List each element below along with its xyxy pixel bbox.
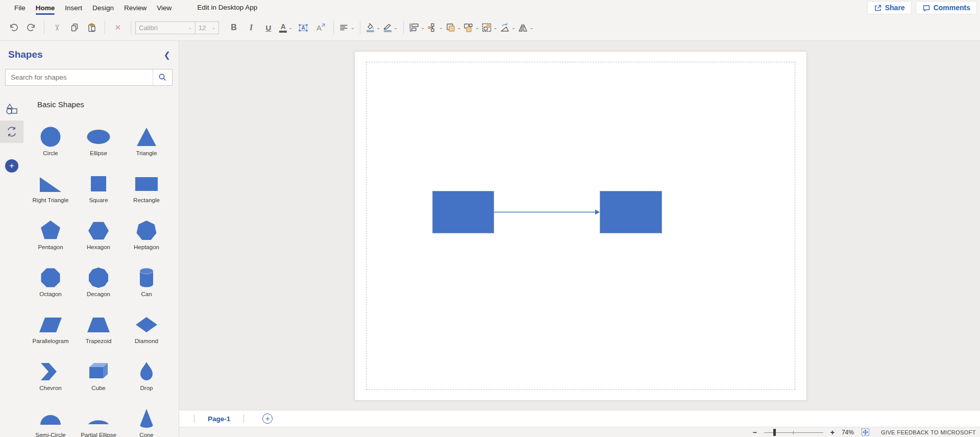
shape-item-parallelogram[interactable]: Parallelogram <box>27 308 75 355</box>
shape-item-circle[interactable]: Circle <box>27 120 75 167</box>
edit-in-desktop-app-button[interactable]: Edit in Desktop App <box>197 4 257 11</box>
shape-item-semi-circle[interactable]: Semi-Circle <box>27 402 75 437</box>
bold-button[interactable]: B <box>226 19 241 36</box>
fit-page-to-window-icon[interactable] <box>861 428 870 436</box>
shape-item-heptagon[interactable]: Heptagon <box>122 214 170 261</box>
font-family-combobox[interactable]: Calibri ⌄ <box>135 21 195 34</box>
shape-item-cube[interactable]: Cube <box>75 355 122 402</box>
shape-item-octagon[interactable]: Octagon <box>27 261 75 308</box>
rotate-button[interactable]: ⌄ <box>499 19 516 36</box>
shape-item-ellipse[interactable]: Ellipse <box>75 120 122 167</box>
font-color-button[interactable]: A ⌄ <box>278 19 293 36</box>
stencil-shapes-icon[interactable] <box>0 98 23 120</box>
shape-label: Parallelogram <box>33 338 69 344</box>
add-stencil-button[interactable]: + <box>5 159 18 173</box>
redo-icon <box>26 22 36 33</box>
decagon-icon <box>86 261 111 291</box>
zoom-slider[interactable] <box>764 429 823 436</box>
give-feedback-link[interactable]: GIVE FEEDBACK TO MICROSOFT <box>881 429 976 435</box>
shape-item-rectangle[interactable]: Rectangle <box>122 167 170 214</box>
search-button[interactable] <box>153 69 172 85</box>
chevron-down-icon: ⌄ <box>530 25 534 30</box>
text-block-button[interactable]: A <box>296 19 311 36</box>
trapezoid-icon <box>86 308 111 338</box>
line-color-button[interactable]: ⌄ <box>383 19 398 36</box>
svg-text:A: A <box>301 25 305 31</box>
cut-button[interactable]: ✂ <box>50 19 65 36</box>
shape-item-trapezoid[interactable]: Trapezoid <box>75 308 122 355</box>
drawing-canvas[interactable] <box>179 41 980 410</box>
shape-item-diamond[interactable]: Diamond <box>122 308 170 355</box>
page-tab-page-1[interactable]: Page-1 <box>194 415 243 423</box>
menu-insert[interactable]: Insert <box>60 2 87 14</box>
chevron-down-icon: ⌄ <box>494 25 498 30</box>
shape-item-partial-ellipse[interactable]: Partial Ellipse <box>75 402 122 437</box>
zoom-out-button[interactable]: − <box>753 429 757 436</box>
shape-item-chevron[interactable]: Chevron <box>27 355 75 402</box>
pick-up-style-icon: A <box>315 22 326 33</box>
send-backward-icon <box>463 22 474 33</box>
menu-view[interactable]: View <box>152 2 177 14</box>
shape-item-can[interactable]: Can <box>122 261 170 308</box>
shape-label: Partial Ellipse <box>81 432 116 437</box>
pick-up-style-button[interactable]: A <box>313 19 328 36</box>
shape-item-square[interactable]: Square <box>75 167 122 214</box>
menu-design[interactable]: Design <box>87 2 119 14</box>
shapes-panel: Shapes ❮ + Basic Shapes CircleEllipseTri… <box>0 41 179 437</box>
menu-review[interactable]: Review <box>119 2 152 14</box>
flip-button[interactable]: ⌄ <box>518 19 534 36</box>
paste-button[interactable] <box>84 19 100 36</box>
shape-item-pentagon[interactable]: Pentagon <box>27 214 75 261</box>
font-size-combobox[interactable]: 12 ⌄ <box>195 21 219 34</box>
shape-item-drop[interactable]: Drop <box>122 355 170 402</box>
chevron-down-icon: ⌄ <box>188 25 192 30</box>
scissors-icon: ✂ <box>53 24 62 31</box>
triangle-icon <box>134 120 159 150</box>
chevron-down-icon: ⌄ <box>475 25 479 30</box>
bring-forward-button[interactable]: ⌄ <box>445 19 461 36</box>
align-text-button[interactable]: ⌄ <box>339 19 355 36</box>
menu-home[interactable]: Home <box>31 2 60 14</box>
undo-icon <box>9 22 19 33</box>
diagram-rectangle-2[interactable] <box>600 191 662 233</box>
ribbon-toolbar: ✂ ✕ Calibri ⌄ 12 ⌄ B I U A ⌄ <box>0 15 980 41</box>
align-shapes-icon <box>409 22 420 33</box>
shape-item-hexagon[interactable]: Hexagon <box>75 214 122 261</box>
position-button[interactable]: ⌄ <box>427 19 443 36</box>
chevron-down-icon: ⌄ <box>376 25 380 30</box>
align-shapes-button[interactable]: ⌄ <box>409 19 425 36</box>
shape-label: Trapezoid <box>86 338 112 344</box>
underline-button[interactable]: U <box>261 19 276 36</box>
fill-color-button[interactable]: ⌄ <box>365 19 381 36</box>
new-page-button[interactable]: + <box>262 414 273 424</box>
status-bar: − + 74% GIVE FEEDBACK TO MICROSOFT <box>179 427 980 437</box>
shape-label: Rectangle <box>133 197 160 203</box>
send-backward-button[interactable]: ⌄ <box>463 19 479 36</box>
shape-search-input[interactable] <box>6 74 153 81</box>
shape-item-right-triangle[interactable]: Right Triangle <box>27 167 75 214</box>
comments-button[interactable]: Comments <box>916 1 977 14</box>
diagram-rectangle-1[interactable] <box>432 191 494 233</box>
stencil-recent-icon[interactable] <box>0 120 23 143</box>
diagram-connector-arrow[interactable] <box>494 207 600 217</box>
undo-button[interactable] <box>6 19 21 36</box>
copy-button[interactable] <box>67 19 82 36</box>
comments-icon <box>922 4 930 12</box>
share-button[interactable]: Share <box>867 1 912 14</box>
delete-button[interactable]: ✕ <box>110 19 126 36</box>
menu-file[interactable]: File <box>9 2 31 14</box>
shape-item-cone[interactable]: Cone <box>122 402 170 437</box>
italic-button[interactable]: I <box>243 19 259 36</box>
shape-item-decagon[interactable]: Decagon <box>75 261 122 308</box>
redo-button[interactable] <box>23 19 39 36</box>
pentagon-icon <box>38 214 63 244</box>
drawing-page[interactable] <box>354 51 807 401</box>
zoom-slider-thumb[interactable] <box>773 429 776 436</box>
shape-item-triangle[interactable]: Triangle <box>122 120 170 167</box>
group-button[interactable]: ⌄ <box>481 19 498 36</box>
bold-icon: B <box>231 23 237 32</box>
tab-divider <box>243 415 244 423</box>
share-icon <box>874 4 882 12</box>
zoom-in-button[interactable]: + <box>830 429 835 436</box>
collapse-panel-chevron-icon[interactable]: ❮ <box>164 51 170 59</box>
